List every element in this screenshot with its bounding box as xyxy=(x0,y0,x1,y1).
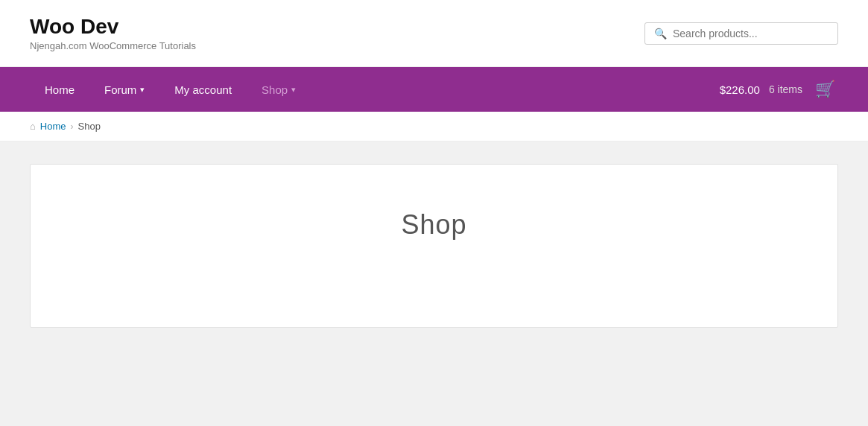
search-icon: 🔍 xyxy=(654,28,667,39)
cart-price: $226.00 xyxy=(720,83,760,96)
nav-item-forum: Forum ▾ xyxy=(89,70,159,109)
nav-item-my-account: My account xyxy=(159,70,247,109)
search-form[interactable]: 🔍 xyxy=(644,22,838,45)
nav-link-home[interactable]: Home xyxy=(30,70,89,109)
nav-item-home: Home xyxy=(30,70,89,109)
shop-content-box: Shop xyxy=(30,164,838,328)
breadcrumb: ⌂ Home › Shop xyxy=(0,112,868,142)
cart-icon-wrap: 🛒 xyxy=(811,76,838,103)
nav-link-shop[interactable]: Shop ▾ xyxy=(247,70,311,109)
nav-link-my-account[interactable]: My account xyxy=(159,70,247,109)
cart-items-count: 6 items xyxy=(769,83,802,95)
site-header: Woo Dev Njengah.com WooCommerce Tutorial… xyxy=(0,0,868,67)
nav-menu: Home Forum ▾ My account Shop ▾ xyxy=(30,70,311,109)
shop-page-title: Shop xyxy=(401,209,466,241)
site-branding: Woo Dev Njengah.com WooCommerce Tutorial… xyxy=(30,15,196,51)
site-description: Njengah.com WooCommerce Tutorials xyxy=(30,40,196,51)
cart-widget[interactable]: $226.00 6 items 🛒 xyxy=(720,76,838,103)
shop-chevron-icon: ▾ xyxy=(291,85,296,95)
nav-item-shop: Shop ▾ xyxy=(247,70,311,109)
breadcrumb-home-link[interactable]: Home xyxy=(40,121,66,132)
forum-chevron-icon: ▾ xyxy=(140,85,145,95)
cart-icon: 🛒 xyxy=(815,80,835,99)
breadcrumb-home-icon: ⌂ xyxy=(30,121,36,132)
nav-link-forum[interactable]: Forum ▾ xyxy=(89,70,159,109)
breadcrumb-separator: › xyxy=(71,121,74,132)
site-title[interactable]: Woo Dev xyxy=(30,15,196,39)
main-content: Shop xyxy=(0,142,868,395)
search-input[interactable] xyxy=(673,28,829,39)
site-navigation: Home Forum ▾ My account Shop ▾ $226.00 6… xyxy=(0,67,868,112)
breadcrumb-current: Shop xyxy=(78,121,101,132)
